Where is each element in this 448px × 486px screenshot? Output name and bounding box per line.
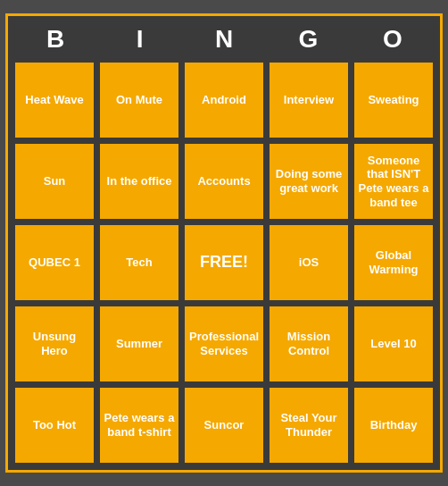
bingo-header: BINGO: [13, 21, 435, 57]
bingo-cell-12[interactable]: FREE!: [183, 223, 265, 302]
bingo-cell-1[interactable]: On Mute: [98, 61, 180, 139]
bingo-cell-9[interactable]: Someone that ISN'T Pete wears a band tee: [353, 142, 435, 221]
bingo-cell-3[interactable]: Interview: [268, 61, 350, 139]
bingo-cell-18[interactable]: Mission Control: [268, 305, 350, 383]
bingo-cell-8[interactable]: Doing some great work: [268, 142, 350, 221]
bingo-cell-24[interactable]: Birthday: [353, 386, 435, 465]
bingo-cell-16[interactable]: Summer: [98, 305, 180, 383]
bingo-letter-g: G: [266, 21, 350, 57]
free-label: FREE!: [200, 253, 248, 272]
bingo-cell-23[interactable]: Steal Your Thunder: [268, 386, 350, 465]
bingo-letter-n: N: [182, 21, 266, 57]
bingo-cell-19[interactable]: Level 10: [353, 305, 435, 383]
bingo-cell-7[interactable]: Accounts: [183, 142, 265, 221]
bingo-cell-11[interactable]: Tech: [98, 223, 180, 302]
bingo-cell-14[interactable]: Global Warming: [353, 223, 435, 302]
bingo-grid: Heat WaveOn MuteAndroidInterviewSweating…: [13, 61, 435, 465]
bingo-cell-2[interactable]: Android: [183, 61, 265, 139]
bingo-letter-i: I: [97, 21, 181, 57]
bingo-cell-6[interactable]: In the office: [98, 142, 180, 221]
bingo-cell-21[interactable]: Pete wears a band t-shirt: [98, 386, 180, 465]
bingo-cell-20[interactable]: Too Hot: [13, 386, 95, 465]
bingo-cell-17[interactable]: Professional Services: [183, 305, 265, 383]
bingo-cell-22[interactable]: Suncor: [183, 386, 265, 465]
bingo-cell-10[interactable]: QUBEC 1: [13, 223, 95, 302]
bingo-letter-b: B: [13, 21, 97, 57]
bingo-letter-o: O: [351, 21, 435, 57]
bingo-cell-5[interactable]: Sun: [13, 142, 95, 221]
bingo-cell-15[interactable]: Unsung Hero: [13, 305, 95, 383]
bingo-cell-13[interactable]: iOS: [268, 223, 350, 302]
bingo-card: BINGO Heat WaveOn MuteAndroidInterviewSw…: [5, 13, 443, 473]
bingo-cell-4[interactable]: Sweating: [353, 61, 435, 139]
bingo-cell-0[interactable]: Heat Wave: [13, 61, 95, 139]
